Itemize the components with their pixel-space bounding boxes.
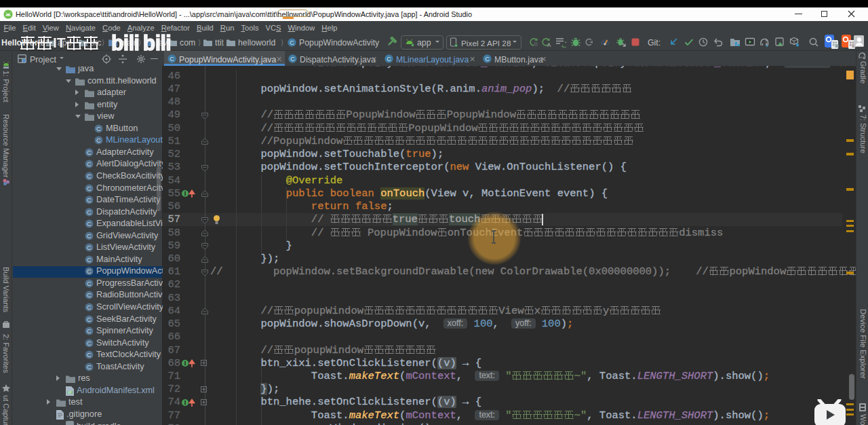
svg-text:C: C xyxy=(87,303,92,311)
svg-text:C: C xyxy=(87,160,92,168)
svg-text:C: C xyxy=(87,220,92,227)
svg-text:A: A xyxy=(547,42,551,48)
svg-text:C: C xyxy=(87,232,92,239)
svg-text:C: C xyxy=(485,56,490,62)
svg-text:C: C xyxy=(96,136,101,144)
svg-text:C: C xyxy=(87,208,92,215)
svg-text:MF: MF xyxy=(68,390,73,394)
svg-text:C: C xyxy=(290,39,294,46)
svg-text:C: C xyxy=(87,280,92,287)
svg-text:C: C xyxy=(87,291,92,299)
svg-text:C: C xyxy=(387,56,391,62)
svg-text:C: C xyxy=(87,256,92,263)
svg-text:C: C xyxy=(170,56,174,62)
svg-text:C: C xyxy=(87,172,92,180)
svg-text:C: C xyxy=(87,315,92,322)
svg-text:C: C xyxy=(87,149,92,156)
svg-text:C: C xyxy=(290,56,295,62)
svg-text:C: C xyxy=(96,125,101,132)
svg-text:C: C xyxy=(87,339,92,346)
svg-text:C: C xyxy=(87,196,92,204)
svg-text:C: C xyxy=(87,244,92,251)
svg-text:C: C xyxy=(87,184,92,191)
svg-text:C: C xyxy=(87,351,92,358)
svg-text:C: C xyxy=(87,363,92,371)
svg-text:C: C xyxy=(87,267,92,275)
svg-text:C: C xyxy=(87,327,92,335)
